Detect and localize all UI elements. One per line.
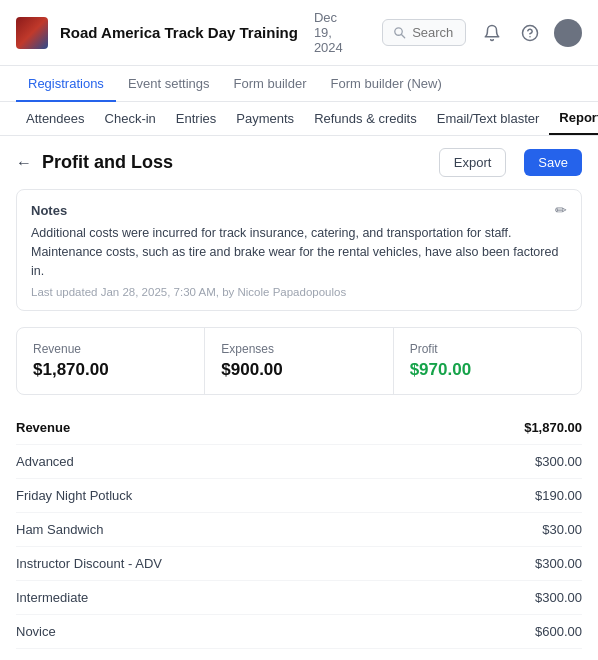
row-value: $300.00	[535, 454, 582, 469]
summary-profit: Profit $970.00	[394, 328, 581, 394]
event-date: Dec 19, 2024	[314, 10, 358, 55]
row-value: $1,870.00	[524, 420, 582, 435]
tab-entries[interactable]: Entries	[166, 103, 226, 134]
table-row: Revenue$1,870.00	[16, 411, 582, 445]
row-label: Advanced	[16, 454, 74, 469]
tab-attendees[interactable]: Attendees	[16, 103, 95, 134]
row-label: Friday Night Potluck	[16, 488, 132, 503]
expenses-label: Expenses	[221, 342, 376, 356]
row-value: $190.00	[535, 488, 582, 503]
notes-title: Notes	[31, 203, 67, 218]
profit-loss-table: Revenue$1,870.00Advanced$300.00Friday Ni…	[16, 411, 582, 660]
revenue-value: $1,870.00	[33, 360, 188, 380]
back-button[interactable]: ←	[16, 154, 32, 172]
summary-expenses: Expenses $900.00	[205, 328, 393, 394]
tab-event-settings[interactable]: Event settings	[116, 66, 222, 101]
notifications-icon[interactable]	[478, 19, 506, 47]
tab-form-builder-new[interactable]: Form builder (New)	[319, 66, 454, 101]
header: Road America Track Day Training Dec 19, …	[0, 0, 598, 66]
tab-registrations[interactable]: Registrations	[16, 66, 116, 101]
search-input[interactable]	[412, 25, 455, 40]
page-header: ← Profit and Loss Export Save	[0, 136, 598, 189]
tab-refunds[interactable]: Refunds & credits	[304, 103, 427, 134]
row-label: Intermediate	[16, 590, 88, 605]
profit-value: $970.00	[410, 360, 565, 380]
row-value: $300.00	[535, 590, 582, 605]
search-bar[interactable]	[382, 19, 466, 46]
row-label: Ham Sandwich	[16, 522, 103, 537]
row-label: Novice	[16, 624, 56, 639]
page-title: Profit and Loss	[42, 152, 429, 173]
table-row: T-Shirt Size Large$20.00	[16, 649, 582, 660]
revenue-label: Revenue	[33, 342, 188, 356]
tab-payments[interactable]: Payments	[226, 103, 304, 134]
event-logo	[16, 17, 48, 49]
notes-card: Notes ✏ Additional costs were incurred f…	[16, 189, 582, 311]
row-label: Revenue	[16, 420, 70, 435]
svg-line-1	[402, 34, 405, 37]
save-button[interactable]: Save	[524, 149, 582, 176]
table-row: Instructor Discount - ADV$300.00	[16, 547, 582, 581]
notes-text: Additional costs were incurred for track…	[31, 224, 567, 280]
row-label: Instructor Discount - ADV	[16, 556, 162, 571]
row-value: $300.00	[535, 556, 582, 571]
table-row: Friday Night Potluck$190.00	[16, 479, 582, 513]
notes-header: Notes ✏	[31, 202, 567, 218]
table-row: Novice$600.00	[16, 615, 582, 649]
tab-form-builder[interactable]: Form builder	[222, 66, 319, 101]
edit-notes-icon[interactable]: ✏	[555, 202, 567, 218]
tab-reports[interactable]: Reports	[549, 102, 598, 135]
row-value: $600.00	[535, 624, 582, 639]
header-icons	[478, 19, 582, 47]
search-icon	[393, 26, 406, 39]
export-button[interactable]: Export	[439, 148, 507, 177]
table-row: Ham Sandwich$30.00	[16, 513, 582, 547]
primary-tabs: Registrations Event settings Form builde…	[0, 66, 598, 102]
notes-meta: Last updated Jan 28, 2025, 7:30 AM, by N…	[31, 286, 567, 298]
tab-email-blaster[interactable]: Email/Text blaster	[427, 103, 550, 134]
table-row: Advanced$300.00	[16, 445, 582, 479]
summary-cards: Revenue $1,870.00 Expenses $900.00 Profi…	[16, 327, 582, 395]
help-icon[interactable]	[516, 19, 544, 47]
user-avatar[interactable]	[554, 19, 582, 47]
row-value: $30.00	[542, 522, 582, 537]
event-title: Road America Track Day Training	[60, 24, 298, 41]
profit-label: Profit	[410, 342, 565, 356]
tab-checkin[interactable]: Check-in	[95, 103, 166, 134]
summary-revenue: Revenue $1,870.00	[17, 328, 205, 394]
table-row: Intermediate$300.00	[16, 581, 582, 615]
expenses-value: $900.00	[221, 360, 376, 380]
secondary-tabs: Attendees Check-in Entries Payments Refu…	[0, 102, 598, 136]
